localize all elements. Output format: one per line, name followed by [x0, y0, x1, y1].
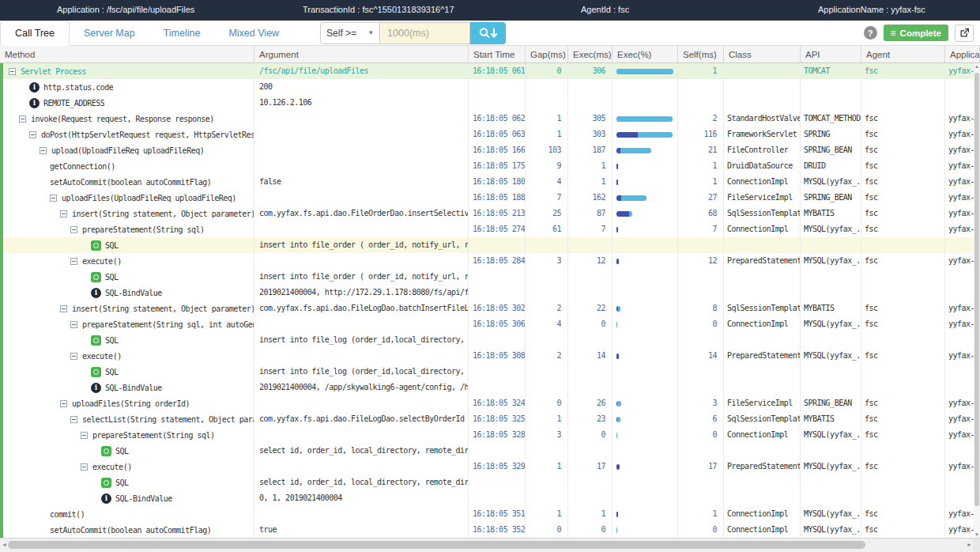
tree-row[interactable]: execute()16:18:05 32911717PreparedStatem… [0, 459, 980, 474]
tree-row[interactable]: prepareStatement(String sql)16:18:05 274… [0, 221, 980, 237]
method-label: execute() [92, 459, 132, 474]
tree-row[interactable]: iSQL-BindValue2019021400004, /app/skywal… [0, 380, 980, 395]
column-header-class[interactable]: Class [724, 46, 801, 62]
tree-row[interactable]: commit()16:18:05 351111ConnectionImplMYS… [0, 506, 980, 522]
tab-timeline[interactable]: Timeline [149, 21, 215, 45]
column-header-method[interactable]: Method [0, 46, 254, 62]
tree-row[interactable]: selectList(String statement, Object para… [0, 411, 980, 427]
collapse-toggle-icon[interactable] [70, 353, 77, 360]
scroll-down-arrow-icon[interactable]: ▼ [974, 532, 980, 537]
argument-cell [254, 427, 469, 443]
tree-row[interactable]: prepareStatement(String sql)16:18:05 328… [0, 427, 980, 443]
horizontal-scrollbar[interactable]: ◄ ► [0, 538, 980, 552]
collapse-toggle-icon[interactable] [19, 115, 26, 123]
search-button[interactable] [470, 22, 506, 44]
collapse-toggle-icon[interactable] [9, 68, 16, 75]
method-label: execute() [82, 254, 122, 269]
collapse-toggle-icon[interactable] [70, 321, 77, 328]
collapse-toggle-icon[interactable] [70, 258, 77, 265]
tree-row[interactable]: SQLinsert into file_order ( order_id, no… [0, 237, 980, 253]
tree-row[interactable]: Servlet Process/fsc/api/file/uploadFiles… [0, 63, 980, 79]
method-cell: iREMOTE_ADDRESS [3, 95, 254, 111]
agent-cell: fsc [861, 111, 945, 127]
tree-row[interactable]: SQLinsert into file_log (order_id,local_… [0, 332, 980, 348]
method-label: REMOTE_ADDRESS [43, 96, 104, 111]
tab-mixed-view[interactable]: Mixed View [214, 21, 293, 45]
exec-cell: 0 [568, 316, 612, 332]
vertical-scroll-thumb[interactable] [974, 73, 979, 506]
column-header-application[interactable]: Application [945, 46, 980, 62]
self-cell: 7 [678, 221, 724, 237]
tab-server-map[interactable]: Server Map [70, 21, 149, 45]
tree-row[interactable]: ihttp.status.code200 [0, 79, 980, 95]
tree-row[interactable]: setAutoCommit(boolean autoCommitFlag)fal… [0, 174, 980, 190]
exec-cell [568, 269, 612, 285]
tree-row[interactable]: uploadFiles(UploadFileReq uploadFileReq)… [0, 190, 980, 206]
column-header-start-time[interactable]: Start Time [469, 46, 526, 62]
tree-row[interactable]: execute()16:18:05 28431212PreparedStatem… [0, 253, 980, 269]
column-header-exec-percent[interactable]: Exec(%) [612, 46, 678, 62]
column-header-agent[interactable]: Agent [861, 46, 945, 62]
method-cell: SQL [3, 364, 254, 380]
filter-type-select[interactable]: Self >= ▼ [320, 22, 380, 44]
collapse-toggle-icon[interactable] [81, 463, 88, 471]
collapse-toggle-icon[interactable] [70, 416, 77, 423]
column-header-self[interactable]: Self(ms) [678, 46, 724, 62]
tree-row[interactable]: iSQL-BindValue2019021400004, http://172.… [0, 285, 980, 301]
scroll-up-arrow-icon[interactable]: ▲ [974, 64, 980, 69]
tree-row[interactable]: invoke(Request request, Response respons… [0, 111, 980, 127]
api-cell: SPRING [801, 127, 861, 142]
agent-cell [861, 380, 945, 395]
collapse-toggle-icon[interactable] [60, 210, 67, 217]
tree-row[interactable]: insert(String statement, Object paramete… [0, 301, 980, 316]
tree-row[interactable]: execute()16:18:05 30821414PreparedStatem… [0, 348, 980, 364]
tree-row[interactable]: SQLselect id, order_id, local_directory,… [0, 443, 980, 459]
collapse-toggle-icon[interactable] [29, 131, 36, 138]
collapse-toggle-icon[interactable] [60, 400, 67, 407]
collapse-toggle-icon[interactable] [81, 432, 88, 439]
vertical-scrollbar[interactable]: ▲ ▼ [974, 63, 980, 538]
complete-button[interactable]: ≡ Complete [884, 25, 948, 41]
tab-call-tree[interactable]: Call Tree [0, 21, 70, 46]
method-label: invoke(Request request, Response respons… [31, 112, 214, 127]
column-header-exec[interactable]: Exec(ms) [568, 46, 612, 62]
exec-cell: 162 [568, 190, 612, 206]
collapse-toggle-icon[interactable] [50, 195, 57, 202]
open-in-new-window-button[interactable] [955, 25, 974, 42]
tree-row[interactable]: setAutoCommit(boolean autoCommitFlag)tru… [0, 522, 980, 538]
method-cell: SQL [3, 443, 254, 459]
info-icon: i [101, 493, 111, 504]
self-cell [678, 490, 724, 506]
tree-row[interactable]: SQLinsert into file_log (order_id,local_… [0, 364, 980, 380]
exec-cell: 187 [568, 142, 612, 158]
tree-row[interactable]: uploadFiles(String orderId)16:18:05 3240… [0, 395, 980, 411]
tree-row[interactable]: upload(UploadFileReq uploadFileReq)16:18… [0, 142, 980, 158]
gap-cell: 0 [526, 522, 568, 538]
tree-row[interactable]: insert(String statement, Object paramete… [0, 206, 980, 221]
tree-row[interactable]: SQLinsert into file_order ( order_id, no… [0, 269, 980, 285]
search-filter-group: Self >= ▼ [320, 22, 506, 44]
scroll-right-arrow-icon[interactable]: ► [967, 542, 972, 547]
column-header-argument[interactable]: Argument [254, 46, 469, 62]
column-header-gap[interactable]: Gap(ms) [526, 46, 568, 62]
tree-row[interactable]: doPost(HttpServletRequest request, HttpS… [0, 127, 980, 142]
search-threshold-input[interactable] [380, 22, 470, 44]
tree-row[interactable]: SQLselect id, order_id, local_directory,… [0, 474, 980, 490]
start-time-cell: 16:18:05 063 [469, 127, 526, 142]
tree-row[interactable]: getConnection()16:18:05 175911DruidDataS… [0, 158, 980, 174]
exec-cell: 1 [568, 174, 612, 190]
collapse-toggle-icon[interactable] [60, 305, 67, 312]
help-icon[interactable]: ? [864, 26, 877, 40]
class-cell: ConnectionImpl [724, 506, 801, 522]
tree-row[interactable]: iSQL-BindValue0, 1, 2019021400004 [0, 490, 980, 506]
collapse-toggle-icon[interactable] [70, 226, 77, 233]
tree-row[interactable]: prepareStatement(String sql, int autoGen… [0, 316, 980, 332]
argument-cell: 2019021400004, /app/skywalking6-agent/co… [254, 380, 469, 395]
collapse-toggle-icon[interactable] [40, 147, 47, 154]
api-cell: MYSQL(yyfax_... [801, 506, 861, 522]
exec-cell: 14 [568, 348, 612, 364]
tree-row[interactable]: iREMOTE_ADDRESS10.126.2.106 [0, 95, 980, 111]
horizontal-scroll-thumb[interactable] [8, 541, 865, 549]
column-header-api[interactable]: API [801, 46, 861, 62]
scroll-left-arrow-icon[interactable]: ◄ [2, 542, 7, 547]
